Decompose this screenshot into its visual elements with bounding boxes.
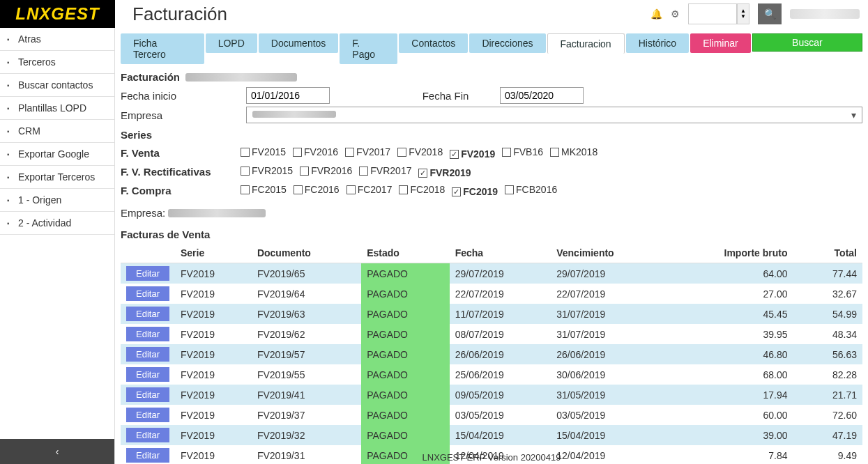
checkbox-label: FVR2019	[429, 167, 471, 178]
sidebar-item-3[interactable]: ▪Plantillas LOPD	[0, 97, 114, 120]
tab-direcciones[interactable]: Direcciones	[469, 33, 545, 53]
fventa-label: F. Venta	[121, 147, 241, 159]
tab-facturacion[interactable]: Facturacion	[547, 33, 625, 54]
search-spinner[interactable]: ▲▼	[737, 3, 749, 24]
fventa-checkbox-mk2018[interactable]: MK2018	[550, 146, 597, 157]
fventa-checkbox-fv2016[interactable]: FV2016	[293, 146, 338, 157]
edit-button[interactable]: Editar	[126, 408, 169, 422]
cell: FV2019	[175, 385, 252, 405]
checkbox-box-icon	[399, 185, 408, 194]
empresa-line-value	[168, 209, 266, 217]
table-row: EditarFV2019FV2019/64PAGADO22/07/201922/…	[121, 284, 862, 304]
sidebar-item-label: 1 - Origen	[18, 194, 61, 206]
fventa-checkbox-fvb16[interactable]: FVB16	[502, 146, 543, 157]
table-row: EditarFV2019FV2019/62PAGADO08/07/201931/…	[121, 324, 862, 344]
fventa-checkbox-fv2015[interactable]: FV2015	[241, 146, 286, 157]
edit-button[interactable]: Editar	[126, 347, 169, 362]
edit-button[interactable]: Editar	[126, 307, 169, 321]
cell: 60.00	[667, 405, 793, 425]
cell: FV2019	[175, 445, 252, 464]
checkbox-box-icon	[359, 167, 368, 176]
fventa-checkbox-fv2019[interactable]: FV2019	[450, 148, 495, 160]
checkbox-label: FVR2017	[370, 165, 411, 176]
buscar-button[interactable]: Buscar	[752, 33, 862, 52]
section-subject	[185, 73, 297, 82]
sidebar-item-label: Exportar Terceros	[18, 171, 95, 183]
cell: PAGADO	[361, 324, 450, 344]
edit-button[interactable]: Editar	[126, 448, 169, 463]
fvrect-checkbox-fvr2015[interactable]: FVR2015	[241, 165, 293, 176]
checkbox-box-icon	[241, 185, 250, 194]
edit-button[interactable]: Editar	[126, 286, 169, 301]
cell: FV2019/65	[252, 263, 361, 284]
cell: 48.34	[793, 324, 862, 344]
cell: 77.44	[793, 263, 862, 284]
cell: 31/05/2019	[551, 385, 667, 405]
cell: 22/07/2019	[551, 284, 667, 304]
checkbox-label: FV2015	[252, 146, 286, 157]
tab-histórico[interactable]: Histórico	[626, 33, 689, 53]
cell: 56.63	[793, 344, 862, 364]
fventa-checkbox-fv2018[interactable]: FV2018	[397, 146, 443, 157]
fcompra-checkbox-fc2017[interactable]: FC2017	[347, 184, 393, 195]
edit-button[interactable]: Editar	[126, 266, 169, 281]
sidebar-item-8[interactable]: ▪2 - Actividad	[0, 212, 114, 235]
tab-contactos[interactable]: Contactos	[399, 33, 468, 53]
top-search-input[interactable]	[688, 3, 737, 24]
fventa-checkbox-fv2017[interactable]: FV2017	[345, 146, 390, 157]
cell: FV2019/62	[252, 324, 361, 344]
fcompra-checkbox-fc2015[interactable]: FC2015	[241, 184, 287, 195]
cell: 29/07/2019	[551, 263, 667, 284]
sidebar-icon: ▪	[7, 196, 14, 204]
cell: 30/06/2019	[551, 364, 667, 385]
sidebar-item-0[interactable]: ▪Atras	[0, 28, 114, 51]
settings-icon[interactable]: ⚙	[671, 8, 680, 20]
cell: 26/06/2019	[551, 344, 667, 364]
tab-documentos[interactable]: Documentos	[259, 33, 339, 53]
sidebar-item-label: Plantillas LOPD	[18, 102, 86, 114]
series-header: Series	[121, 125, 862, 144]
sidebar-item-4[interactable]: ▪CRM	[0, 120, 114, 143]
tab-lopd[interactable]: LOPD	[206, 33, 257, 53]
sidebar-item-7[interactable]: ▪1 - Origen	[0, 189, 114, 212]
sidebar-item-6[interactable]: ▪Exportar Terceros	[0, 166, 114, 189]
sidebar-icon: ▪	[7, 59, 14, 66]
fecha-inicio-input[interactable]	[246, 87, 330, 104]
fcompra-checkbox-fcb2016[interactable]: FCB2016	[505, 184, 557, 195]
sidebar-item-1[interactable]: ▪Terceros	[0, 51, 114, 74]
tab-fichatercero[interactable]: Ficha Tercero	[121, 33, 204, 64]
checkbox-label: FVB16	[513, 146, 543, 157]
checkbox-box-icon	[418, 169, 427, 178]
edit-button[interactable]: Editar	[126, 367, 169, 382]
cell: 9.49	[793, 445, 862, 464]
bell-icon[interactable]: 🔔	[650, 8, 662, 20]
fvrect-checkbox-fvr2019[interactable]: FVR2019	[418, 167, 471, 178]
sidebar-item-5[interactable]: ▪Exportar Google	[0, 143, 114, 166]
top-search-button[interactable]: 🔍	[758, 3, 782, 24]
cell: FV2019/32	[252, 425, 361, 445]
edit-button[interactable]: Editar	[126, 387, 169, 402]
sidebar-collapse[interactable]: ‹	[0, 439, 114, 464]
fcompra-checkbox-fc2016[interactable]: FC2016	[294, 184, 340, 195]
empresa-line-label: Empresa:	[121, 207, 165, 219]
fcompra-checkbox-fc2018[interactable]: FC2018	[399, 184, 445, 195]
col-header: Serie	[175, 243, 252, 263]
cell: 68.00	[667, 364, 793, 385]
fcompra-checkbox-fc2019[interactable]: FC2019	[452, 186, 498, 197]
sidebar-item-2[interactable]: ▪Buscar contactos	[0, 74, 114, 97]
fecha-fin-input[interactable]	[500, 87, 584, 104]
fvrect-checkbox-fvr2016[interactable]: FVR2016	[300, 165, 352, 176]
checkbox-label: FC2017	[358, 184, 393, 195]
checkbox-box-icon	[502, 148, 511, 157]
fvrect-checkbox-fvr2017[interactable]: FVR2017	[359, 165, 411, 176]
empresa-select[interactable]	[246, 107, 862, 123]
sidebar-item-label: Terceros	[18, 56, 56, 68]
tab-fpago[interactable]: F. Pago	[340, 33, 397, 64]
tab-eliminar[interactable]: Eliminar	[690, 33, 751, 53]
cell: PAGADO	[361, 344, 450, 364]
invoices-table: SerieDocumentoEstadoFechaVencimientoImpo…	[121, 243, 862, 464]
cell: PAGADO	[361, 405, 450, 425]
edit-button[interactable]: Editar	[126, 327, 169, 341]
edit-button[interactable]: Editar	[126, 428, 169, 442]
col-header: Documento	[252, 243, 361, 263]
